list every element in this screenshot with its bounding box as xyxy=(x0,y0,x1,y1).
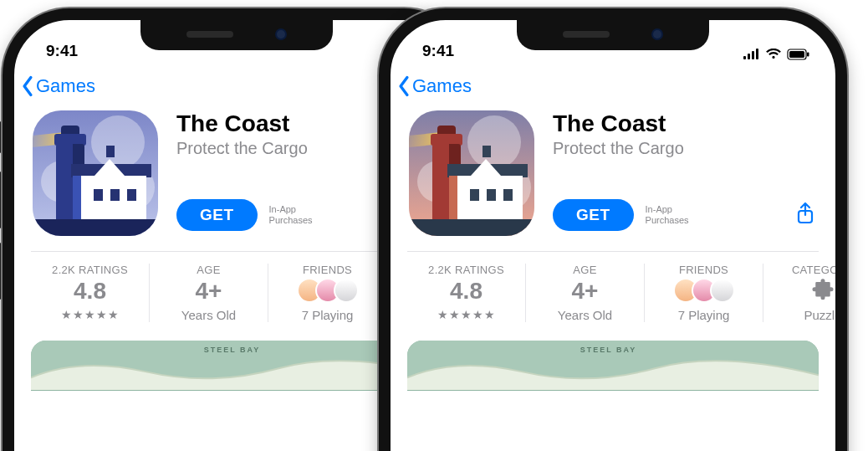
cellular-icon xyxy=(743,49,760,60)
meta-category[interactable]: CATEGORY Puzzle xyxy=(763,264,835,322)
iap-line-2: Purchases xyxy=(269,215,313,226)
status-bar: 9:41 xyxy=(391,20,835,64)
meta-friends[interactable]: FRIENDS 7 Playing xyxy=(645,264,763,322)
wifi-icon xyxy=(765,49,782,60)
friends-avatars xyxy=(673,278,735,303)
stars-icon: ★★★★★ xyxy=(61,308,120,321)
in-app-purchases-label: In-App Purchases xyxy=(646,204,689,226)
meta-value: 4+ xyxy=(572,279,599,303)
meta-friends[interactable]: FRIENDS 7 Playing xyxy=(268,264,387,322)
nav-bar: Games xyxy=(391,64,835,107)
app-icon[interactable] xyxy=(33,110,158,236)
app-icon[interactable] xyxy=(409,110,534,236)
in-app-purchases-label: In-App Purchases xyxy=(269,204,313,226)
avatar xyxy=(710,278,735,303)
stars-icon: ★★★★★ xyxy=(437,308,496,321)
share-button[interactable] xyxy=(795,202,819,228)
meta-heading: AGE xyxy=(197,264,220,276)
status-time: 9:41 xyxy=(422,42,454,60)
meta-heading: FRIENDS xyxy=(303,264,352,276)
avatar xyxy=(334,278,359,303)
meta-heading: FRIENDS xyxy=(679,264,728,276)
iap-line-1: In-App xyxy=(269,204,313,215)
phone-mockup-right: 9:41 Games xyxy=(379,8,847,451)
phone-side-button xyxy=(0,172,2,228)
back-label: Games xyxy=(36,75,95,97)
app-subtitle: Protect the Cargo xyxy=(553,139,819,158)
meta-footer: 7 Playing xyxy=(678,308,730,322)
status-time: 9:41 xyxy=(46,42,78,60)
meta-value: 4+ xyxy=(196,279,222,303)
meta-footer: 7 Playing xyxy=(302,308,354,322)
svg-rect-6 xyxy=(789,51,804,58)
chevron-left-icon xyxy=(19,75,36,97)
back-button[interactable]: Games xyxy=(19,75,95,97)
back-button[interactable]: Games xyxy=(396,75,472,97)
meta-ratings[interactable]: 2.2K RATINGS 4.8 ★★★★★ xyxy=(31,264,150,322)
meta-footer: Years Old xyxy=(181,308,236,322)
app-title: The Coast xyxy=(553,110,819,137)
meta-value: 4.8 xyxy=(450,279,483,303)
svg-rect-2 xyxy=(748,54,750,59)
map-label: STEEL BAY xyxy=(204,346,261,354)
screenshot-preview[interactable]: STEEL BAY xyxy=(407,341,819,391)
meta-heading: AGE xyxy=(573,264,596,276)
chevron-left-icon xyxy=(396,75,412,97)
iap-line-2: Purchases xyxy=(646,215,689,226)
svg-rect-1 xyxy=(743,56,746,59)
app-header: The Coast Protect the Cargo GET In-App P… xyxy=(391,107,835,236)
friends-avatars xyxy=(297,278,359,303)
svg-rect-7 xyxy=(807,53,809,57)
meta-footer: Puzzle xyxy=(804,308,835,322)
back-label: Games xyxy=(412,75,472,97)
meta-ratings[interactable]: 2.2K RATINGS 4.8 ★★★★★ xyxy=(407,264,526,322)
meta-footer: Years Old xyxy=(558,308,612,322)
svg-rect-4 xyxy=(756,49,758,59)
meta-heading: CATEGORY xyxy=(792,264,835,276)
battery-icon xyxy=(787,49,810,60)
map-label: STEEL BAY xyxy=(580,346,637,354)
meta-row[interactable]: 2.2K RATINGS 4.8 ★★★★★ AGE 4+ Years Old … xyxy=(391,252,835,334)
meta-heading: 2.2K RATINGS xyxy=(428,264,504,276)
iap-line-1: In-App xyxy=(646,204,689,215)
share-icon xyxy=(795,202,815,225)
svg-rect-3 xyxy=(752,51,754,59)
get-button[interactable]: GET xyxy=(553,199,634,231)
puzzle-icon xyxy=(810,278,835,303)
phone-side-button xyxy=(0,121,2,153)
meta-age[interactable]: AGE 4+ Years Old xyxy=(150,264,268,322)
meta-heading: 2.2K RATINGS xyxy=(52,264,128,276)
meta-value: 4.8 xyxy=(74,279,106,303)
get-button[interactable]: GET xyxy=(176,199,258,231)
meta-age[interactable]: AGE 4+ Years Old xyxy=(526,264,645,322)
phone-side-button xyxy=(0,243,2,300)
